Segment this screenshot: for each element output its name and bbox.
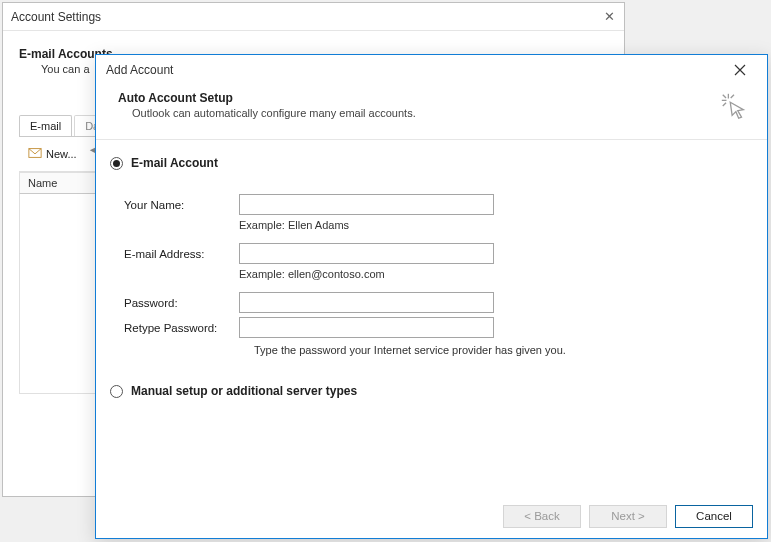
- label-email: E-mail Address:: [124, 248, 239, 260]
- radio-selected-icon: [110, 157, 123, 170]
- wizard-header-text: Auto Account Setup Outlook can automatic…: [118, 91, 416, 119]
- row-email: E-mail Address:: [124, 243, 739, 264]
- add-account-titlebar: Add Account: [96, 55, 767, 85]
- radio-email-account[interactable]: E-mail Account: [110, 156, 739, 170]
- svg-line-3: [723, 95, 726, 98]
- password-input[interactable]: [239, 292, 494, 313]
- retype-password-input[interactable]: [239, 317, 494, 338]
- click-cursor-icon: [719, 91, 749, 125]
- add-account-title: Add Account: [106, 63, 173, 77]
- label-password: Password:: [124, 297, 239, 309]
- close-icon[interactable]: ✕: [602, 10, 616, 24]
- cancel-button[interactable]: Cancel: [675, 505, 753, 528]
- row-retype-password: Retype Password:: [124, 317, 739, 338]
- your-name-input[interactable]: [239, 194, 494, 215]
- wizard-title: Auto Account Setup: [118, 91, 416, 105]
- account-settings-title: Account Settings: [11, 10, 101, 24]
- hint-password: Type the password your Internet service …: [254, 344, 739, 356]
- hint-email: Example: ellen@contoso.com: [239, 268, 739, 280]
- email-input[interactable]: [239, 243, 494, 264]
- wizard-body: E-mail Account Your Name: Example: Ellen…: [96, 140, 767, 404]
- svg-line-4: [731, 95, 734, 98]
- label-retype-password: Retype Password:: [124, 322, 239, 334]
- next-button[interactable]: Next >: [589, 505, 667, 528]
- radio-manual-label: Manual setup or additional server types: [131, 384, 357, 398]
- close-icon[interactable]: [723, 59, 757, 81]
- account-settings-titlebar: Account Settings ✕: [3, 3, 624, 31]
- svg-line-5: [723, 103, 726, 106]
- hint-your-name: Example: Ellen Adams: [239, 219, 739, 231]
- label-your-name: Your Name:: [124, 199, 239, 211]
- row-your-name: Your Name:: [124, 194, 739, 215]
- radio-manual-setup[interactable]: Manual setup or additional server types: [110, 384, 739, 398]
- wizard-button-bar: < Back Next > Cancel: [96, 494, 767, 538]
- wizard-header: Auto Account Setup Outlook can automatic…: [96, 85, 767, 140]
- tab-email[interactable]: E-mail: [19, 115, 72, 136]
- add-account-dialog: Add Account Auto Account Setup Outlook c…: [95, 54, 768, 539]
- mail-icon: [28, 146, 42, 162]
- wizard-subtitle: Outlook can automatically configure many…: [132, 107, 416, 119]
- new-account-button[interactable]: New...: [23, 143, 82, 165]
- radio-email-label: E-mail Account: [131, 156, 218, 170]
- radio-unselected-icon: [110, 385, 123, 398]
- back-button: < Back: [503, 505, 581, 528]
- row-password: Password:: [124, 292, 739, 313]
- new-account-label: New...: [46, 148, 77, 160]
